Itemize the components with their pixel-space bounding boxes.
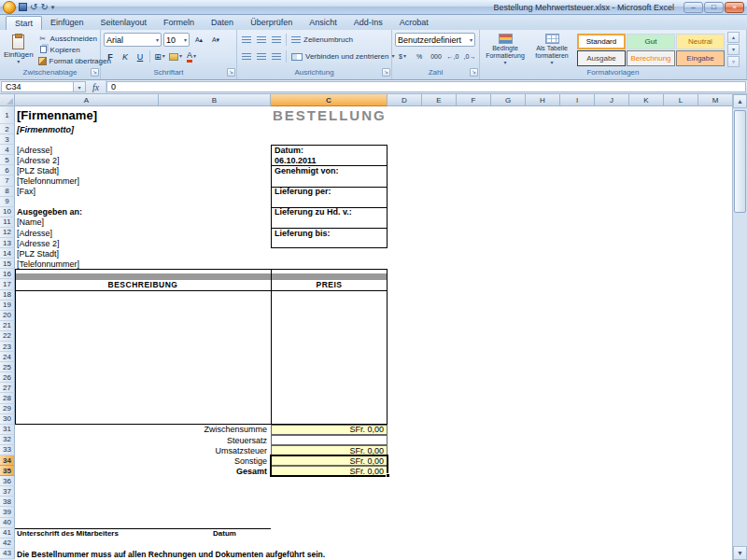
row-header-19[interactable]: 19 — [0, 301, 15, 311]
column-header-G[interactable]: G — [491, 94, 526, 106]
cell-A11[interactable]: [Name] — [15, 217, 159, 228]
row-header-39[interactable]: 39 — [0, 507, 15, 517]
align-left-button[interactable] — [240, 49, 253, 63]
column-header-J[interactable]: J — [595, 94, 629, 106]
row-header-38[interactable]: 38 — [0, 497, 15, 507]
align-bottom-button[interactable] — [270, 33, 283, 47]
scrollbar-track[interactable] — [733, 108, 747, 546]
column-header-K[interactable]: K — [629, 94, 664, 106]
column-header-C[interactable]: C — [271, 94, 388, 106]
align-right-button[interactable] — [270, 49, 283, 63]
row-header-20[interactable]: 20 — [0, 311, 15, 321]
cell-B41[interactable]: Datum — [159, 528, 271, 539]
name-box-dropdown-icon[interactable]: ▾ — [74, 81, 86, 92]
row-header-23[interactable]: 23 — [0, 342, 15, 352]
column-header-H[interactable]: H — [526, 94, 560, 106]
tab-acrobat[interactable]: Acrobat — [391, 16, 437, 30]
column-header-E[interactable]: E — [422, 94, 457, 106]
tab-überprüfen[interactable]: Überprüfen — [242, 16, 301, 30]
undo-icon[interactable]: ↺ — [30, 3, 37, 12]
percent-format-icon[interactable]: % — [412, 49, 427, 63]
row-header-13[interactable]: 13 — [0, 238, 15, 248]
paste-button[interactable]: Einfügen ▾ — [3, 32, 35, 67]
cell-A43[interactable]: Die Bestellnummer muss auf allen Rechnun… — [15, 549, 457, 559]
redo-icon[interactable]: ↻ — [40, 3, 48, 12]
scrollbar-thumb[interactable] — [734, 110, 746, 213]
row-header-8[interactable]: 8 — [0, 187, 15, 197]
column-header-B[interactable]: B — [159, 94, 271, 106]
column-header-M[interactable]: M — [698, 94, 732, 106]
alignment-dialog-launcher-icon[interactable]: ↘ — [382, 68, 390, 77]
font-size-select[interactable]: 10 ▾ — [163, 33, 190, 47]
save-icon[interactable] — [19, 3, 27, 11]
cell-B35[interactable]: Gesamt — [159, 466, 271, 476]
wrap-text-button[interactable]: Zeilenumbruch — [289, 35, 355, 46]
increase-decimal-icon[interactable]: ←,0 — [445, 49, 460, 63]
cell-A1[interactable]: [Firmenname] — [15, 106, 159, 124]
decrease-font-icon[interactable]: A▾ — [208, 33, 223, 47]
cell-A2[interactable]: [Firmenmotto] — [15, 124, 159, 134]
row-header-43[interactable]: 43 — [0, 549, 15, 559]
font-color-button[interactable]: A▾ — [185, 49, 198, 63]
fill-color-button[interactable]: ▾ — [168, 49, 183, 63]
tab-add-ins[interactable]: Add-Ins — [345, 16, 391, 30]
select-all-corner[interactable] — [0, 94, 15, 106]
style-ausgabe[interactable]: Ausgabe — [577, 50, 626, 66]
row-header-15[interactable]: 15 — [0, 259, 15, 269]
row-header-31[interactable]: 31 — [0, 425, 15, 435]
row-header-11[interactable]: 11 — [0, 217, 15, 228]
style-gut[interactable]: Gut — [627, 34, 675, 49]
row-header-9[interactable]: 9 — [0, 197, 15, 207]
row-header-12[interactable]: 12 — [0, 228, 15, 238]
thousands-separator-icon[interactable]: 000 — [429, 49, 444, 63]
gallery-more-icon[interactable]: ▿ — [727, 56, 740, 67]
column-header-D[interactable]: D — [388, 94, 422, 106]
name-box[interactable]: C34 — [1, 81, 74, 92]
row-header-4[interactable]: 4 — [0, 145, 15, 155]
cell-A7[interactable]: [Telefonnummer] — [15, 176, 159, 187]
insert-function-icon[interactable]: fx — [86, 80, 106, 93]
row-header-10[interactable]: 10 — [0, 207, 15, 217]
cell-C31[interactable]: SFr. 0,00 — [271, 425, 388, 435]
row-header-14[interactable]: 14 — [0, 248, 15, 259]
maximize-button[interactable]: □ — [704, 2, 724, 13]
bold-button[interactable]: F — [104, 49, 117, 63]
close-button[interactable]: × — [725, 2, 744, 13]
tab-ansicht[interactable]: Ansicht — [301, 16, 345, 30]
number-dialog-launcher-icon[interactable]: ↘ — [470, 68, 478, 77]
style-standard[interactable]: Standard — [577, 34, 626, 49]
minimize-button[interactable]: – — [684, 2, 703, 13]
cell-B32[interactable]: Steuersatz — [159, 435, 271, 445]
cell-A41[interactable]: Unterschrift des Mitarbeiters — [15, 528, 159, 539]
cell-A15[interactable]: [Telefonnummer] — [15, 259, 159, 269]
underline-button[interactable]: U — [134, 49, 147, 63]
column-header-A[interactable]: A — [15, 94, 159, 106]
tab-seitenlayout[interactable]: Seitenlayout — [92, 16, 156, 30]
cell-C32[interactable] — [271, 435, 388, 445]
currency-format-icon[interactable]: $▾ — [395, 49, 410, 63]
row-header-28[interactable]: 28 — [0, 393, 15, 403]
row-header-40[interactable]: 40 — [0, 518, 15, 528]
column-header-L[interactable]: L — [664, 94, 698, 106]
column-header-I[interactable]: I — [560, 94, 595, 106]
row-header-32[interactable]: 32 — [0, 435, 15, 445]
row-header-42[interactable]: 42 — [0, 539, 15, 549]
row-header-16[interactable]: 16 — [0, 269, 15, 279]
tab-daten[interactable]: Daten — [203, 16, 242, 30]
row-header-17[interactable]: 17 — [0, 279, 15, 289]
row-header-18[interactable]: 18 — [0, 290, 15, 301]
office-button[interactable] — [3, 1, 16, 14]
row-header-29[interactable]: 29 — [0, 404, 15, 414]
row-header-3[interactable]: 3 — [0, 134, 15, 145]
align-center-button[interactable] — [255, 49, 268, 63]
cell-B34[interactable]: Sonstige — [159, 455, 271, 466]
cell-A8[interactable]: [Fax] — [15, 187, 159, 197]
scroll-up-icon[interactable]: ▲ — [733, 94, 747, 108]
style-eingabe[interactable]: Eingabe — [676, 50, 725, 66]
cell-A6[interactable]: [PLZ Stadt] — [15, 165, 159, 175]
cell-A4[interactable]: [Adresse] — [15, 145, 159, 155]
row-header-30[interactable]: 30 — [0, 414, 15, 425]
row-header-41[interactable]: 41 — [0, 528, 15, 539]
row-header-25[interactable]: 25 — [0, 362, 15, 372]
cell-A14[interactable]: [PLZ Stadt] — [15, 248, 159, 259]
